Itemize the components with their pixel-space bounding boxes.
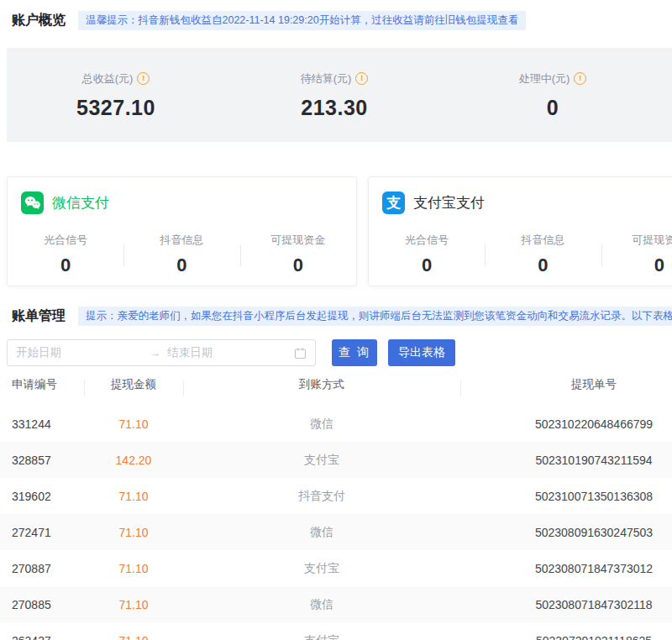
table-row: 272471 71.10 微信 502308091630247503 — [0, 514, 672, 550]
cell-method: 微信 — [183, 525, 460, 540]
cell-method: 支付宝 — [183, 633, 460, 640]
cell-amount: 71.10 — [84, 634, 183, 640]
table-row: 328857 142.20 支付宝 502310190743211594 — [0, 442, 672, 478]
cell-withdrawal-no: 502308091630247503 — [460, 526, 672, 539]
cell-method: 支付宝 — [183, 453, 460, 468]
stat-total-income: 总收益(元) ! 5327.10 — [7, 71, 225, 120]
info-icon[interactable]: ! — [137, 72, 150, 85]
cell-amount: 71.10 — [84, 598, 183, 611]
stat-value: 213.30 — [225, 96, 444, 120]
cell-application-id: 319602 — [0, 490, 84, 503]
stat-label: 总收益(元) — [82, 71, 134, 87]
end-date-input[interactable]: 结束日期 — [167, 345, 294, 360]
cell-method: 抖音支付 — [183, 489, 460, 504]
wechat-pay-title: 微信支付 — [52, 193, 109, 212]
date-arrow-icon: → — [143, 347, 168, 359]
bill-management-title: 账单管理 — [12, 307, 66, 325]
cell-amount: 71.10 — [84, 417, 183, 431]
col-header-method: 到账方式 — [183, 377, 460, 392]
cell-method: 支付宝 — [183, 561, 460, 576]
calendar-icon[interactable] — [294, 347, 307, 359]
cell-withdrawal-no: 502310190743211594 — [460, 454, 672, 467]
table-row: 270887 71.10 支付宝 502308071847373012 — [0, 550, 672, 586]
col-header-withdrawal-no: 提现单号 — [460, 377, 672, 392]
cell-application-id: 270885 — [0, 598, 84, 611]
wechat-pay-card: 微信支付 光合信号 0 抖音信息 0 可提现资金 0 — [7, 176, 357, 286]
table-row: 270885 71.10 微信 502308071847302118 — [0, 586, 672, 622]
table-row: 319602 71.10 抖音支付 502310071350136308 — [0, 478, 672, 514]
cell-amount: 71.10 — [84, 526, 183, 539]
export-table-button[interactable]: 导出表格 — [388, 339, 455, 366]
stat-value: 0 — [444, 96, 662, 120]
bill-tip-banner: 提示：亲爱的老师们，如果您在抖音小程序后台发起提现，则讲师端后台无法监测到您该笔… — [78, 307, 672, 326]
alipay-icon: 支 — [382, 191, 405, 214]
cell-withdrawal-no: 502308071847373012 — [460, 562, 672, 575]
alipay-stat-photosynthesis-signal: 光合信号 0 — [369, 233, 485, 276]
alipay-title: 支付宝支付 — [413, 193, 485, 212]
table-body: 331244 71.10 微信 502310220648466799 32885… — [0, 406, 672, 640]
alipay-stat-withdrawable-funds: 可提现资金 0 — [601, 233, 672, 276]
alipay-card: 支 支付宝支付 光合信号 0 抖音信息 0 可提现资金 0 — [368, 176, 672, 286]
stat-pending-settlement: 待结算(元) ! 213.30 — [225, 71, 444, 120]
stat-label: 处理中(元) — [519, 71, 570, 87]
wechat-stat-douyin-info: 抖音信息 0 — [123, 233, 239, 276]
cell-application-id: 272471 — [0, 526, 84, 539]
date-range-picker[interactable]: 开始日期 → 结束日期 — [7, 339, 316, 366]
query-button[interactable]: 查 询 — [332, 339, 377, 366]
cell-application-id: 270887 — [0, 562, 84, 575]
wechat-icon — [21, 191, 44, 214]
page-title: 账户概览 — [12, 12, 66, 29]
withdrawal-table: 申请编号 提现金额 到账方式 提现单号 331244 71.10 微信 5023… — [0, 373, 672, 640]
info-icon[interactable]: ! — [574, 72, 586, 85]
info-icon[interactable]: ! — [355, 72, 368, 85]
wallet-tip-banner: 温馨提示：抖音新钱包收益自2022-11-14 19:29:20开始计算，过往收… — [78, 11, 526, 30]
wechat-stat-photosynthesis-signal: 光合信号 0 — [8, 233, 123, 276]
alipay-stat-douyin-info: 抖音信息 0 — [485, 233, 601, 276]
cell-method: 微信 — [183, 597, 460, 612]
col-header-application-id: 申请编号 — [0, 377, 84, 392]
bill-management-header: 账单管理 提示：亲爱的老师们，如果您在抖音小程序后台发起提现，则讲师端后台无法监… — [0, 286, 672, 326]
cell-application-id: 328857 — [0, 454, 84, 467]
overview-stats-panel: 总收益(元) ! 5327.10 待结算(元) ! 213.30 处理中(元) … — [7, 48, 672, 142]
cell-amount: 142.20 — [84, 454, 183, 467]
cell-withdrawal-no: 502308071847302118 — [460, 598, 672, 611]
table-header: 申请编号 提现金额 到账方式 提现单号 — [0, 373, 672, 396]
wechat-stat-withdrawable-funds: 可提现资金 0 — [240, 233, 356, 276]
filter-row: 开始日期 → 结束日期 查 询 导出表格 — [7, 339, 672, 366]
start-date-input[interactable]: 开始日期 — [16, 345, 143, 360]
payment-cards: 微信支付 光合信号 0 抖音信息 0 可提现资金 0 支 — [7, 176, 672, 286]
cell-method: 微信 — [183, 417, 460, 432]
cell-withdrawal-no: 502310071350136308 — [460, 490, 672, 503]
cell-withdrawal-no: 502310220648466799 — [460, 417, 672, 431]
cell-application-id: 263437 — [0, 634, 84, 640]
stat-label: 待结算(元) — [301, 71, 352, 87]
cell-application-id: 331244 — [0, 417, 84, 431]
account-overview-header: 账户概览 温馨提示：抖音新钱包收益自2022-11-14 19:29:20开始计… — [0, 0, 672, 30]
account-page: 账户概览 温馨提示：抖音新钱包收益自2022-11-14 19:29:20开始计… — [0, 0, 672, 640]
cell-withdrawal-no: 502307291021118625 — [460, 634, 672, 640]
col-header-amount: 提现金额 — [84, 377, 183, 392]
cell-amount: 71.10 — [84, 562, 183, 575]
table-row: 331244 71.10 微信 502310220648466799 — [0, 406, 672, 442]
stat-value: 5327.10 — [7, 96, 225, 120]
cell-amount: 71.10 — [84, 490, 183, 503]
table-row: 263437 71.10 支付宝 502307291021118625 — [0, 622, 672, 640]
stat-processing: 处理中(元) ! 0 — [444, 71, 662, 120]
